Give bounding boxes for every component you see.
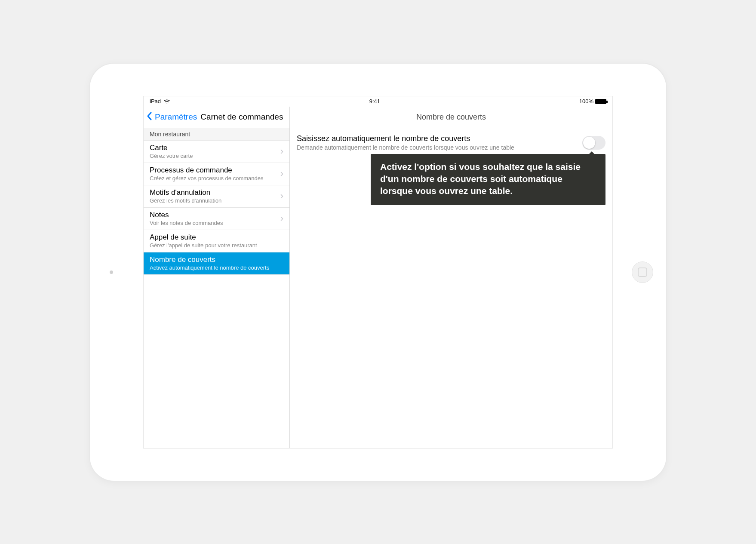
back-chevron-icon[interactable] [146,111,153,123]
row-subtitle: Voir les notes de commandes [150,220,223,226]
battery-percent: 100% [579,98,593,104]
row-subtitle: Gérez votre carte [150,153,193,159]
nav-bar: Paramètres Carnet de commandes Nombre de… [144,107,612,128]
sidebar-item-carte[interactable]: Carte Gérez votre carte › [144,141,289,163]
chevron-right-icon: › [280,168,283,179]
sidebar-item-motifs[interactable]: Motifs d'annulation Gérez les motifs d'a… [144,185,289,208]
clock: 9:41 [369,98,380,104]
row-subtitle: Activez automatiquement le nombre de cou… [150,264,269,271]
status-left: iPad [150,98,170,104]
sidebar-item-couverts[interactable]: Nombre de couverts Activez automatiqueme… [144,252,289,275]
wifi-icon [163,99,170,104]
home-button[interactable] [632,261,653,283]
section-header: Mon restaurant [144,128,289,141]
row-subtitle: Créez et gérez vos processus de commande… [150,175,263,181]
chevron-right-icon: › [280,146,283,157]
row-title: Nombre de couverts [150,255,269,264]
sidebar: Mon restaurant Carte Gérez votre carte ›… [144,128,290,448]
device-label: iPad [150,98,161,104]
battery-icon [595,99,606,104]
row-title: Motifs d'annulation [150,188,221,197]
screen: iPad 9:41 100% Pa [143,96,613,449]
sidebar-item-processus[interactable]: Processus de commande Créez et gérez vos… [144,163,289,185]
tooltip-text: Activez l'option si vous souhaItez que l… [380,162,581,196]
nav-left: Paramètres Carnet de commandes [144,107,290,128]
sidebar-item-appel[interactable]: Appel de suite Gérez l'appel de suite po… [144,230,289,252]
content: Mon restaurant Carte Gérez votre carte ›… [144,128,612,448]
nav-left-title: Carnet de commandes [200,112,283,122]
status-bar: iPad 9:41 100% [144,96,612,107]
row-subtitle: Gérez l'appel de suite pour votre restau… [150,242,257,249]
row-subtitle: Gérez les motifs d'annulation [150,197,221,204]
chevron-right-icon: › [280,191,283,202]
camera-dot [110,270,113,274]
row-title: Carte [150,144,193,152]
detail-pane: Saisissez automatiquement le nombre de c… [290,128,612,448]
ipad-frame: iPad 9:41 100% Pa [90,64,666,481]
back-button[interactable]: Paramètres [155,112,197,122]
status-right: 100% [579,98,606,104]
row-title: Notes [150,211,223,219]
row-title: Processus de commande [150,166,263,175]
setting-subtitle: Demande automatiquement le nombre de cou… [297,144,514,151]
setting-title: Saisissez automatiquement le nombre de c… [297,134,514,143]
nav-right-title: Nombre de couverts [290,107,612,128]
row-title: Appel de suite [150,233,257,242]
chevron-right-icon: › [280,213,283,224]
sidebar-item-notes[interactable]: Notes Voir les notes de commandes › [144,208,289,230]
tooltip: Activez l'option si vous souhaItez que l… [371,154,605,205]
